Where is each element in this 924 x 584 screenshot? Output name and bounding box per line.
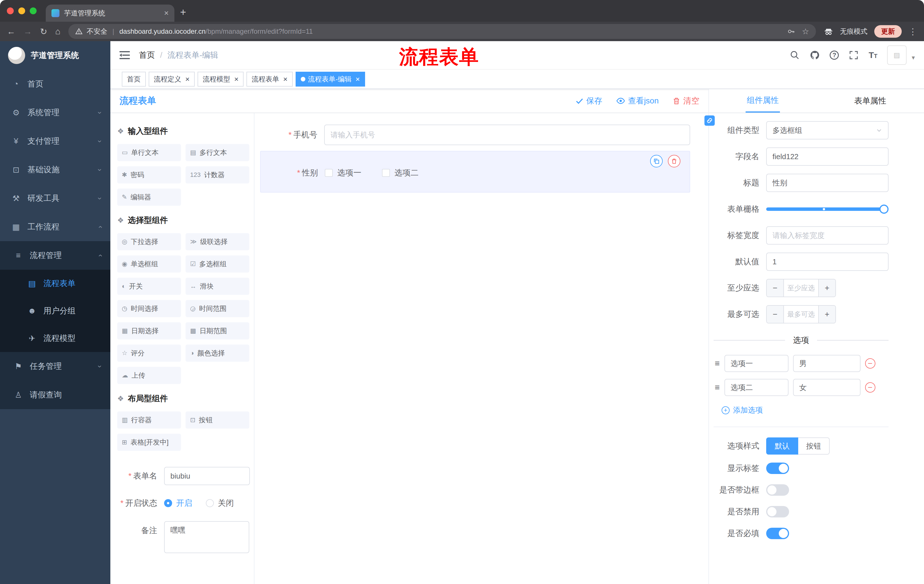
tag-0[interactable]: 首页 xyxy=(122,72,146,87)
new-tab-button[interactable]: + xyxy=(180,6,186,18)
drag-handle-icon[interactable]: ≡ xyxy=(715,359,720,368)
collapse-sidebar-icon[interactable] xyxy=(119,51,130,59)
palette-item-color[interactable]: ◑颜色选择 xyxy=(186,345,249,362)
status-on-radio[interactable]: 开启 xyxy=(164,498,192,508)
option-label-input[interactable] xyxy=(724,355,789,372)
palette-item-switch[interactable]: ◐开关 xyxy=(117,278,181,295)
gender-option-2-checkbox[interactable]: 选项二 xyxy=(382,168,419,178)
form-canvas[interactable]: *手机号 *性别 选项一 选项二 xyxy=(254,113,708,584)
form-grid-slider[interactable] xyxy=(766,207,884,211)
tag-2[interactable]: 流程模型× xyxy=(198,72,244,87)
sidebar-item-system[interactable]: ⚙系统管理› xyxy=(0,98,111,127)
remark-textarea[interactable]: 嘿嘿 xyxy=(164,521,249,553)
delete-field-button[interactable] xyxy=(668,155,680,168)
help-icon[interactable]: ? xyxy=(830,51,839,60)
remove-option-icon[interactable]: − xyxy=(865,358,875,368)
github-icon[interactable] xyxy=(810,50,820,60)
font-size-icon[interactable]: TT xyxy=(868,50,878,60)
reload-button[interactable]: ↻ xyxy=(40,26,47,36)
maximize-window-button[interactable] xyxy=(30,7,36,14)
tab-component-props[interactable]: 组件属性 xyxy=(709,89,817,113)
back-button[interactable]: ← xyxy=(7,26,15,36)
palette-item-button[interactable]: ⊡按钮 xyxy=(186,411,249,429)
max-select-input[interactable] xyxy=(784,306,818,323)
browser-tab[interactable]: 芋道管理系统 × xyxy=(46,5,174,22)
decrease-button[interactable]: − xyxy=(767,280,784,296)
tag-close-icon[interactable]: × xyxy=(185,75,190,84)
tag-close-icon[interactable]: × xyxy=(283,75,287,84)
sidebar-item-infrastructure[interactable]: ⊡基础设施› xyxy=(0,155,111,184)
tab-close-icon[interactable]: × xyxy=(164,8,169,18)
tag-1[interactable]: 流程定义× xyxy=(148,72,195,87)
palette-item-checkbox[interactable]: ☑多选框组 xyxy=(186,255,249,273)
increase-button[interactable]: + xyxy=(818,280,835,296)
tag-close-icon[interactable]: × xyxy=(356,75,360,84)
phone-input[interactable] xyxy=(324,125,690,145)
gender-option-1-checkbox[interactable]: 选项一 xyxy=(325,168,361,178)
sidebar-item-leave-query[interactable]: ♙请假查询 xyxy=(0,380,111,409)
forward-button[interactable]: → xyxy=(23,26,32,36)
password-key-icon[interactable] xyxy=(787,28,795,35)
title-input[interactable] xyxy=(766,174,889,192)
update-button[interactable]: 更新 xyxy=(874,25,902,38)
sidebar-item-task-manage[interactable]: ⚑任务管理› xyxy=(0,352,111,380)
palette-item-counter[interactable]: 123计数器 xyxy=(186,166,249,183)
option-value-input[interactable] xyxy=(793,355,861,372)
palette-item-time-range[interactable]: ◶时间范围 xyxy=(186,300,249,317)
palette-item-table[interactable]: ⊞表格[开发中] xyxy=(117,434,181,451)
user-avatar[interactable]: ▨ xyxy=(887,45,907,65)
add-option-button[interactable]: + 添加选项 xyxy=(722,405,763,415)
tag-3[interactable]: 流程表单× xyxy=(246,72,292,87)
style-default-button[interactable]: 默认 xyxy=(766,438,798,454)
toggle-switch-on[interactable] xyxy=(766,462,789,474)
close-window-button[interactable] xyxy=(7,7,14,14)
link-icon[interactable] xyxy=(705,115,715,126)
breadcrumb-home-link[interactable]: 首页 xyxy=(139,50,155,61)
toggle-switch-off[interactable] xyxy=(766,484,789,496)
tag-close-icon[interactable]: × xyxy=(234,75,238,84)
gender-field-selected[interactable]: *性别 选项一 选项二 xyxy=(260,151,690,192)
field-name-input[interactable] xyxy=(766,147,889,166)
slider-handle[interactable] xyxy=(879,204,889,214)
palette-item-rate[interactable]: ☆评分 xyxy=(117,345,181,362)
toggle-switch-off[interactable] xyxy=(766,506,789,517)
clear-button[interactable]: 清空 xyxy=(672,95,699,106)
palette-item-slider[interactable]: ↔滑块 xyxy=(186,278,249,295)
option-label-input[interactable] xyxy=(724,379,789,396)
sidebar-item-process-model[interactable]: ✈流程模型 xyxy=(0,324,111,352)
home-button[interactable]: ⌂ xyxy=(55,26,60,36)
palette-item-password[interactable]: ✱密码 xyxy=(117,166,181,183)
drag-handle-icon[interactable]: ≡ xyxy=(715,383,720,392)
sidebar-item-user-group[interactable]: ☻用户分组 xyxy=(0,297,111,324)
remove-option-icon[interactable]: − xyxy=(865,382,875,393)
palette-item-date-range[interactable]: ▩日期范围 xyxy=(186,322,249,339)
view-json-button[interactable]: 查看json xyxy=(616,95,659,106)
status-off-radio[interactable]: 关闭 xyxy=(206,498,234,508)
palette-item-row[interactable]: ▥行容器 xyxy=(117,411,181,429)
sidebar-item-devtools[interactable]: ⚒研发工具› xyxy=(0,184,111,212)
browser-menu-icon[interactable]: ⋮ xyxy=(909,26,917,36)
palette-item-time[interactable]: ◷时间选择 xyxy=(117,300,181,317)
copy-field-button[interactable] xyxy=(650,155,663,168)
tab-form-props[interactable]: 表单属性 xyxy=(817,89,924,113)
bookmark-star-icon[interactable]: ☆ xyxy=(802,27,809,36)
palette-item-single-line[interactable]: ▭单行文本 xyxy=(117,144,181,161)
sidebar-item-home[interactable]: ◔首页 xyxy=(0,70,111,98)
phone-field[interactable]: *手机号 xyxy=(260,125,690,145)
save-button[interactable]: 保存 xyxy=(576,95,602,106)
form-name-input[interactable] xyxy=(164,467,250,485)
palette-item-upload[interactable]: ☁上传 xyxy=(117,367,181,384)
default-value-input[interactable] xyxy=(766,253,889,271)
palette-item-date[interactable]: ▦日期选择 xyxy=(117,322,181,339)
sidebar-item-process-form[interactable]: ▤流程表单 xyxy=(0,270,111,297)
minimize-window-button[interactable] xyxy=(18,7,25,14)
label-width-input[interactable] xyxy=(766,226,889,245)
palette-item-cascader[interactable]: ≫级联选择 xyxy=(186,233,249,250)
decrease-button[interactable]: − xyxy=(767,306,784,323)
palette-item-editor[interactable]: ✎编辑器 xyxy=(117,189,181,206)
option-value-input[interactable] xyxy=(793,379,861,396)
tag-4[interactable]: 流程表单-编辑× xyxy=(295,72,365,87)
sidebar-item-payment[interactable]: ¥支付管理› xyxy=(0,127,111,155)
search-icon[interactable] xyxy=(790,50,800,60)
style-button-button[interactable]: 按钮 xyxy=(798,438,830,454)
